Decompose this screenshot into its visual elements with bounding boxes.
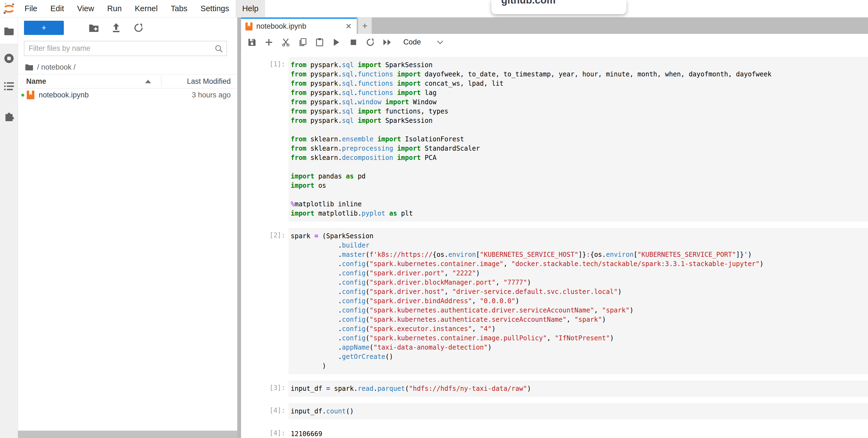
cell-output: [4]:12106669 bbox=[241, 426, 868, 438]
sidebar-tab-extensions[interactable] bbox=[0, 110, 18, 122]
file-row-notebook[interactable]: notebook.ipynb 3 hours ago bbox=[18, 88, 237, 102]
file-browser-panel: + / notebook bbox=[18, 18, 237, 438]
search-icon bbox=[215, 45, 223, 53]
interrupt-kernel-button[interactable] bbox=[346, 36, 361, 49]
paste-icon bbox=[316, 38, 323, 47]
cell-editor[interactable]: input_df.count() bbox=[288, 403, 868, 419]
output-text: 12106669 bbox=[288, 426, 868, 438]
column-last-modified[interactable]: Last Modified bbox=[187, 75, 231, 88]
sidebar-tab-filebrowser[interactable] bbox=[0, 18, 18, 44]
new-tab-button[interactable]: + bbox=[358, 18, 372, 34]
file-filter-input[interactable] bbox=[24, 44, 215, 53]
sidebar-tab-toc[interactable] bbox=[0, 82, 18, 91]
copy-icon bbox=[299, 38, 307, 47]
scissors-icon bbox=[282, 38, 290, 47]
file-browser-hscrollbar[interactable] bbox=[18, 431, 237, 438]
cell-prompt: [3]: bbox=[241, 380, 288, 397]
stop-icon bbox=[350, 39, 356, 45]
save-icon bbox=[248, 38, 256, 46]
notebook-scroll-area[interactable]: [1]:from pyspark.sql import SparkSession… bbox=[241, 51, 868, 438]
chevron-down-icon[interactable] bbox=[437, 40, 443, 44]
menu-run[interactable]: Run bbox=[101, 0, 128, 17]
popup-site-text: github.com bbox=[501, 0, 556, 6]
breadcrumb[interactable]: / notebook / bbox=[25, 62, 75, 72]
menu-file[interactable]: File bbox=[18, 0, 44, 17]
copy-cells-button[interactable] bbox=[296, 36, 310, 49]
folder-icon bbox=[4, 27, 14, 35]
notebook-toolbar: Code bbox=[241, 34, 868, 51]
new-launcher-button[interactable]: + bbox=[24, 21, 64, 35]
refresh-button[interactable] bbox=[131, 21, 146, 35]
sidebar-tab-running[interactable] bbox=[0, 53, 18, 64]
menu-kernel[interactable]: Kernel bbox=[128, 0, 164, 17]
breadcrumb-path: / notebook / bbox=[37, 63, 75, 71]
panel-splitter[interactable] bbox=[237, 18, 241, 438]
stop-circle-icon bbox=[4, 53, 14, 64]
list-icon bbox=[4, 82, 14, 91]
plus-icon bbox=[265, 39, 272, 46]
file-modified: 3 hours ago bbox=[192, 88, 231, 102]
restart-kernel-button[interactable] bbox=[363, 36, 377, 49]
paste-cells-button[interactable] bbox=[312, 36, 327, 49]
browser-permission-popup: github.com bbox=[491, 0, 626, 14]
cell-prompt: [2]: bbox=[241, 228, 288, 374]
tab-label: notebook.ipynb bbox=[256, 22, 306, 31]
play-icon bbox=[333, 38, 340, 46]
notebook-file-icon bbox=[245, 22, 252, 31]
menu-bar: File Edit View Run Kernel Tabs Settings … bbox=[0, 0, 868, 18]
sort-ascending-icon[interactable] bbox=[145, 80, 151, 83]
file-name: notebook.ipynb bbox=[39, 88, 89, 102]
kernel-running-dot bbox=[21, 94, 24, 97]
code-cell-2[interactable]: [2]:spark = (SparkSession .builder .mast… bbox=[241, 228, 868, 374]
jupyter-logo-icon bbox=[0, 0, 18, 17]
notebook-cells: [1]:from pyspark.sql import SparkSession… bbox=[241, 51, 868, 438]
tab-bar: notebook.ipynb ✕ + bbox=[241, 18, 868, 34]
file-list-header: Name Last Modified bbox=[18, 74, 237, 88]
refresh-icon bbox=[134, 23, 143, 32]
add-cell-button[interactable] bbox=[262, 36, 276, 49]
code-cell-3[interactable]: [3]:input_df = spark.read.parquet("hdfs:… bbox=[241, 380, 868, 397]
restart-run-all-button[interactable] bbox=[380, 36, 394, 49]
menu-settings[interactable]: Settings bbox=[194, 0, 236, 17]
output-prompt: [4]: bbox=[241, 426, 288, 438]
puzzle-icon bbox=[3, 110, 15, 122]
cell-editor[interactable]: spark = (SparkSession .builder .master(f… bbox=[288, 228, 868, 374]
notebook-file-icon bbox=[27, 91, 34, 99]
cell-prompt: [1]: bbox=[241, 57, 288, 222]
tab-notebook[interactable]: notebook.ipynb ✕ bbox=[241, 18, 357, 34]
file-browser-toolbar: + bbox=[18, 18, 237, 38]
sidebar-icon-strip bbox=[0, 18, 18, 438]
menu-view[interactable]: View bbox=[71, 0, 101, 17]
fast-forward-icon bbox=[383, 39, 391, 46]
new-folder-button[interactable] bbox=[87, 21, 101, 35]
main-dock-area: notebook.ipynb ✕ + bbox=[241, 18, 868, 438]
menu-edit[interactable]: Edit bbox=[44, 0, 71, 17]
new-folder-icon bbox=[89, 24, 99, 32]
run-cell-button[interactable] bbox=[330, 36, 344, 49]
home-folder-icon bbox=[25, 64, 33, 70]
cell-prompt: [4]: bbox=[241, 403, 288, 419]
menu-tabs[interactable]: Tabs bbox=[164, 0, 194, 17]
code-cell-1[interactable]: [1]:from pyspark.sql import SparkSession… bbox=[241, 57, 868, 222]
cell-editor[interactable]: input_df = spark.read.parquet("hdfs://hd… bbox=[288, 380, 868, 397]
menu-help[interactable]: Help bbox=[236, 0, 265, 17]
code-cell-4[interactable]: [4]:input_df.count() bbox=[241, 403, 868, 419]
save-button[interactable] bbox=[245, 36, 259, 49]
cut-cells-button[interactable] bbox=[279, 36, 293, 49]
file-filter-box bbox=[24, 41, 227, 56]
cell-type-select[interactable]: Code bbox=[403, 38, 421, 47]
cell-editor[interactable]: from pyspark.sql import SparkSessionfrom… bbox=[288, 57, 868, 222]
tab-close-icon[interactable]: ✕ bbox=[345, 22, 352, 31]
column-name[interactable]: Name bbox=[26, 75, 46, 88]
restart-icon bbox=[366, 38, 374, 47]
upload-button[interactable] bbox=[109, 21, 123, 35]
column-divider bbox=[161, 76, 161, 87]
upload-icon bbox=[112, 23, 120, 32]
